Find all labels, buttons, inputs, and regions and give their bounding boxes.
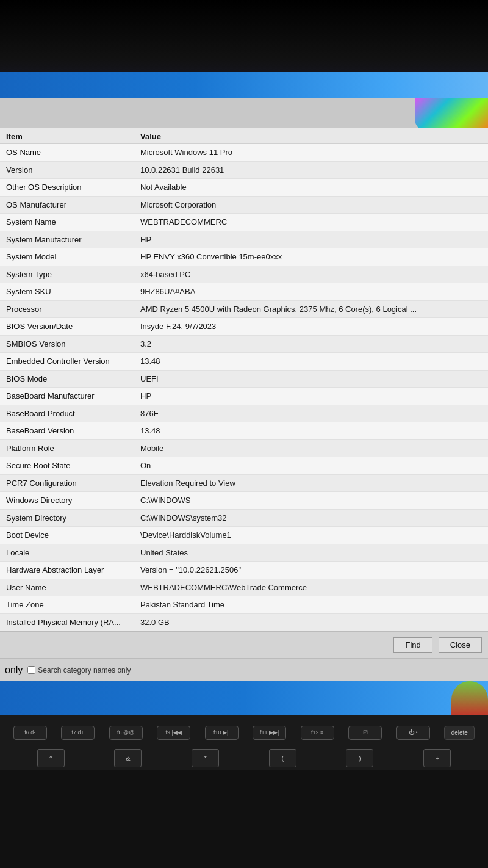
row-item-17: Platform Role	[0, 439, 134, 457]
key-close-paren[interactable]: )	[346, 749, 373, 767]
main-content: Item Value OS NameMicrosoft Windows 11 P…	[0, 128, 488, 631]
key-f7[interactable]: f7 d+	[61, 726, 95, 740]
row-item-20: Windows Directory	[0, 492, 134, 510]
row-item-7: System Type	[0, 266, 134, 283]
table-row: OS NameMicrosoft Windows 11 Pro	[0, 144, 488, 162]
table-row: System SKU9HZ86UA#ABA	[0, 283, 488, 301]
row-value-20: C:\WINDOWS	[134, 492, 488, 510]
key-f10-play[interactable]: f10 ▶||	[205, 726, 239, 740]
key-ampersand[interactable]: &	[114, 749, 142, 767]
table-row: ProcessorAMD Ryzen 5 4500U with Radeon G…	[0, 300, 488, 318]
table-row: Boot Device\Device\HarddiskVolume1	[0, 527, 488, 544]
row-item-9: Processor	[0, 300, 134, 318]
main-key-row: ^ & * ( ) +	[0, 746, 488, 770]
row-value-15: 876F	[134, 405, 488, 422]
table-row: BaseBoard ManufacturerHP	[0, 388, 488, 405]
row-value-8: 9HZ86UA#ABA	[134, 283, 488, 301]
row-value-14: HP	[134, 388, 488, 405]
row-item-26: Time Zone	[0, 596, 134, 614]
row-item-16: BaseBoard Version	[0, 422, 134, 440]
row-item-10: BIOS Version/Date	[0, 318, 134, 336]
row-value-9: AMD Ryzen 5 4500U with Radeon Graphics, …	[134, 300, 488, 318]
row-value-26: Pakistan Standard Time	[134, 596, 488, 614]
key-asterisk[interactable]: *	[192, 749, 219, 767]
table-row: OS ManufacturerMicrosoft Corporation	[0, 196, 488, 214]
key-checkbox[interactable]: ☑	[348, 726, 382, 740]
row-value-17: Mobile	[134, 439, 488, 457]
row-value-10: Insyde F.24, 9/7/2023	[134, 318, 488, 336]
key-f8[interactable]: f8 @@	[109, 726, 143, 740]
row-item-14: BaseBoard Manufacturer	[0, 388, 134, 405]
system-info-table: Item Value OS NameMicrosoft Windows 11 P…	[0, 128, 488, 631]
row-value-6: HP ENVY x360 Convertible 15m-ee0xxx	[134, 248, 488, 266]
row-item-5: System Manufacturer	[0, 231, 134, 248]
table-row: Hardware Abstraction LayerVersion = "10.…	[0, 562, 488, 579]
table-row: BIOS ModeUEFI	[0, 370, 488, 388]
table-row: BIOS Version/DateInsyde F.24, 9/7/2023	[0, 318, 488, 336]
row-item-8: System SKU	[0, 283, 134, 301]
col-header-value: Value	[134, 128, 488, 144]
key-f6[interactable]: f6 d-	[13, 726, 47, 740]
row-value-21: C:\WINDOWS\system32	[134, 509, 488, 527]
table-row: Embedded Controller Version13.48	[0, 353, 488, 371]
key-open-paren[interactable]: (	[269, 749, 296, 767]
row-value-0: Microsoft Windows 11 Pro	[134, 144, 488, 162]
fn-key-row: f6 d- f7 d+ f8 @@ f9 |◀◀ f10 ▶|| f11 ▶▶|…	[0, 726, 488, 746]
row-value-4: WEBTRADECOMMERC	[134, 214, 488, 231]
table-row: BaseBoard Product876F	[0, 405, 488, 422]
row-value-22: \Device\HarddiskVolume1	[134, 527, 488, 544]
key-power[interactable]: ⏻ •	[396, 726, 430, 740]
table-row: Installed Physical Memory (RA...32.0 GB	[0, 613, 488, 631]
key-caret[interactable]: ^	[37, 749, 65, 767]
table-row: System NameWEBTRADECOMMERC	[0, 214, 488, 231]
find-button[interactable]: Find	[393, 637, 432, 653]
row-value-3: Microsoft Corporation	[134, 196, 488, 214]
row-value-13: UEFI	[134, 370, 488, 388]
table-row: System ModelHP ENVY x360 Convertible 15m…	[0, 248, 488, 266]
row-value-7: x64-based PC	[134, 266, 488, 283]
top-taskbar	[0, 72, 488, 98]
row-value-5: HP	[134, 231, 488, 248]
row-item-22: Boot Device	[0, 527, 134, 544]
row-value-16: 13.48	[134, 422, 488, 440]
keyboard-area: f6 d- f7 d+ f8 @@ f9 |◀◀ f10 ▶|| f11 ▶▶|…	[0, 715, 488, 770]
row-item-15: BaseBoard Product	[0, 405, 134, 422]
row-item-1: Version	[0, 161, 134, 179]
row-item-6: System Model	[0, 248, 134, 266]
key-delete[interactable]: delete	[444, 726, 475, 740]
row-item-13: BIOS Mode	[0, 370, 134, 388]
table-row: Secure Boot StateOn	[0, 457, 488, 475]
row-item-27: Installed Physical Memory (RA...	[0, 613, 134, 631]
table-row: Other OS DescriptionNot Available	[0, 179, 488, 197]
row-item-24: Hardware Abstraction Layer	[0, 562, 134, 579]
row-value-12: 13.48	[134, 353, 488, 371]
table-row: System DirectoryC:\WINDOWS\system32	[0, 509, 488, 527]
table-row: Time ZonePakistan Standard Time	[0, 596, 488, 614]
close-button[interactable]: Close	[439, 637, 482, 653]
table-row: LocaleUnited States	[0, 544, 488, 562]
row-item-25: User Name	[0, 579, 134, 596]
table-row: PCR7 ConfigurationElevation Required to …	[0, 474, 488, 492]
bottom-bar: Find Close	[0, 631, 488, 658]
row-item-19: PCR7 Configuration	[0, 474, 134, 492]
search-category-checkbox[interactable]	[27, 666, 35, 674]
table-row: Version10.0.22631 Build 22631	[0, 161, 488, 179]
key-plus[interactable]: +	[423, 749, 451, 767]
row-item-0: OS Name	[0, 144, 134, 162]
row-value-25: WEBTRADECOMMERC\WebTrade Commerce	[134, 579, 488, 596]
row-value-27: 32.0 GB	[134, 613, 488, 631]
bottom-taskbar	[0, 681, 488, 715]
table-row: System ManufacturerHP	[0, 231, 488, 248]
key-f11-next[interactable]: f11 ▶▶|	[253, 726, 286, 740]
row-item-23: Locale	[0, 544, 134, 562]
table-row: User NameWEBTRADECOMMERC\WebTrade Commer…	[0, 579, 488, 596]
key-f12[interactable]: f12 ≡	[301, 726, 334, 740]
key-f9-prev[interactable]: f9 |◀◀	[157, 726, 190, 740]
table-row: Platform RoleMobile	[0, 439, 488, 457]
row-item-18: Secure Boot State	[0, 457, 134, 475]
table-row: System Typex64-based PC	[0, 266, 488, 283]
only-label: only	[5, 665, 23, 676]
row-item-2: Other OS Description	[0, 179, 134, 197]
row-item-3: OS Manufacturer	[0, 196, 134, 214]
row-item-12: Embedded Controller Version	[0, 353, 134, 371]
